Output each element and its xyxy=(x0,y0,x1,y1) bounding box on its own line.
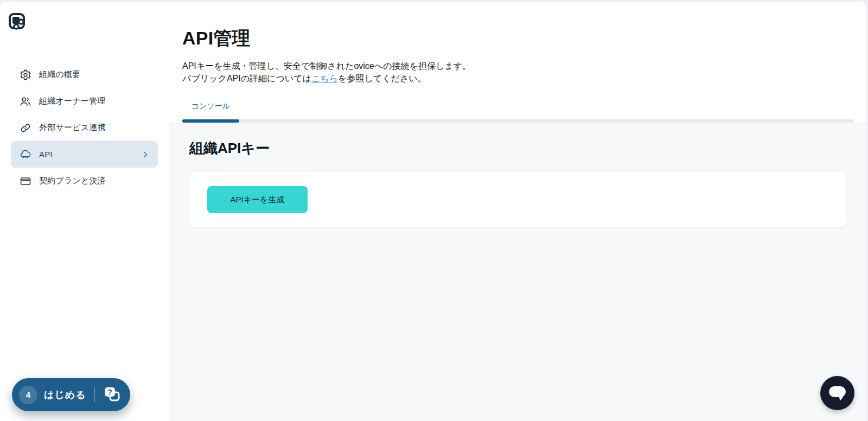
cloud-icon xyxy=(20,149,31,161)
sidebar: 組織の概要 組織オーナー管理 xyxy=(0,2,169,421)
chat-launcher-button[interactable] xyxy=(820,376,854,410)
onboarding-launcher[interactable]: 4 はじめる ? xyxy=(12,378,130,411)
sidebar-item-label: 組織の概要 xyxy=(39,69,80,80)
help-question-icon[interactable]: ? xyxy=(103,386,122,404)
page-title: API管理 xyxy=(182,26,866,51)
onboarding-divider xyxy=(94,387,95,403)
sidebar-nav: 組織の概要 組織オーナー管理 xyxy=(0,61,169,194)
generate-api-key-button[interactable]: APIキーを生成 xyxy=(207,186,308,213)
users-icon xyxy=(20,95,31,107)
onboarding-count-badge: 4 xyxy=(19,386,37,404)
onboarding-label: はじめる xyxy=(44,388,86,401)
sidebar-item-org-overview[interactable]: 組織の概要 xyxy=(11,61,158,88)
page-description: APIキーを生成・管理し、安全で制御されたoviceへの接続を担保します。 パブ… xyxy=(182,60,866,85)
sidebar-item-external-services[interactable]: 外部サービス連携 xyxy=(11,114,158,141)
tab-console[interactable]: コンソール xyxy=(182,101,239,119)
description-line1: APIキーを生成・管理し、安全で制御されたoviceへの接続を担保します。 xyxy=(182,61,471,71)
sidebar-item-plan-billing[interactable]: 契約プランと決済 xyxy=(11,168,158,194)
section-title: 組織APIキー xyxy=(189,139,866,158)
tab-bar: コンソール xyxy=(182,101,866,123)
api-key-card: APIキーを生成 xyxy=(189,172,846,227)
chat-bubble-icon xyxy=(820,375,854,411)
app-window: 組織の概要 組織オーナー管理 xyxy=(0,2,866,421)
link-icon xyxy=(20,122,31,134)
sidebar-item-label: API xyxy=(39,150,53,159)
sidebar-item-api[interactable]: API xyxy=(11,141,158,168)
description-line2-prefix: パブリックAPIの詳細については xyxy=(182,74,311,83)
credit-card-icon xyxy=(20,175,31,187)
sidebar-item-label: 組織オーナー管理 xyxy=(39,96,105,106)
page-header: API管理 APIキーを生成・管理し、安全で制御されたoviceへの接続を担保し… xyxy=(169,2,866,123)
gear-icon xyxy=(20,69,31,81)
tab-content: 組織APIキー APIキーを生成 xyxy=(169,123,866,421)
description-line2-suffix: を参照してください。 xyxy=(338,74,426,83)
main-area: API管理 APIキーを生成・管理し、安全で制御されたoviceへの接続を担保し… xyxy=(169,2,866,421)
ovice-logo-icon[interactable] xyxy=(8,12,27,31)
sidebar-item-label: 契約プランと決済 xyxy=(39,176,106,186)
sidebar-item-org-owner-management[interactable]: 組織オーナー管理 xyxy=(11,88,158,114)
chevron-right-icon xyxy=(141,150,150,160)
svg-text:?: ? xyxy=(107,387,112,396)
sidebar-item-label: 外部サービス連携 xyxy=(39,123,106,133)
docs-link[interactable]: こちら xyxy=(311,74,338,83)
